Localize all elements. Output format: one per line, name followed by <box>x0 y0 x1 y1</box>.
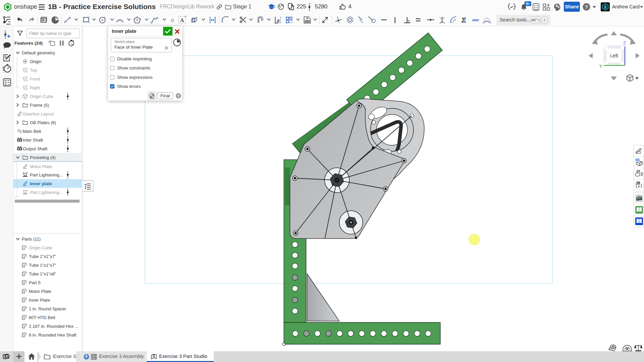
svg-text:A: A <box>180 17 184 23</box>
svg-text:?: ? <box>585 4 588 10</box>
svg-text:●●●: ●●● <box>637 195 640 197</box>
svg-text:?: ? <box>177 94 180 98</box>
svg-text:x: x <box>637 184 640 188</box>
svg-text:DXF: DXF <box>305 20 309 22</box>
